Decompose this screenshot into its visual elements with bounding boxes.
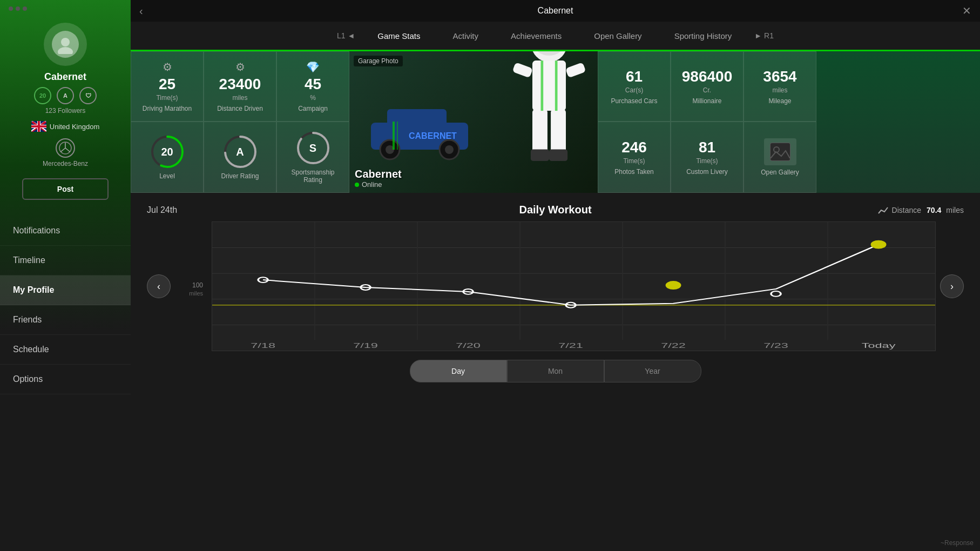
y-max-label: 100: [192, 281, 203, 289]
mileage-value: 3654: [763, 68, 796, 85]
photos-taken-label: Photos Taken: [614, 168, 654, 176]
close-button[interactable]: ✕: [962, 4, 971, 17]
millionaire-unit: Cr.: [703, 86, 711, 94]
nav-options[interactable]: Options: [0, 365, 131, 394]
followers-count: 123 Followers: [45, 107, 86, 115]
distance-unit: miles: [232, 94, 247, 102]
garage-overlay: Cabernet Online: [355, 168, 402, 189]
avatar: [44, 23, 87, 66]
svg-rect-31: [551, 109, 566, 155]
dot-1: [9, 6, 13, 11]
dot-2: [16, 6, 20, 11]
tab-nav-left[interactable]: L1 ◄: [330, 31, 361, 40]
avatar-icon: [52, 31, 79, 58]
svg-text:7/20: 7/20: [456, 341, 481, 349]
distance-label: Distance Driven: [217, 105, 263, 112]
garage-status-text: Online: [362, 180, 382, 189]
mileage-label: Mileage: [768, 97, 791, 105]
svg-point-60: [666, 281, 680, 289]
distance-label: Distance: [892, 206, 921, 214]
svg-rect-22: [397, 122, 398, 150]
time-day-button[interactable]: Day: [410, 360, 507, 382]
y-unit-label: miles: [189, 290, 203, 297]
svg-point-62: [871, 241, 885, 248]
distance-value: 23400: [219, 76, 261, 93]
custom-livery-label: Custom Livery: [686, 168, 728, 176]
country-name: United Kingdom: [50, 123, 100, 131]
svg-rect-33: [549, 149, 567, 161]
sportsmanship-label: Sportsmanship Rating: [283, 169, 342, 184]
shield-badge: 🛡: [79, 87, 97, 104]
stat-distance-driven: ⚙ 23400 miles Distance Driven: [204, 51, 276, 122]
garage-status: Online: [355, 180, 402, 189]
sportsmanship-value: S: [309, 142, 316, 154]
distance-value: 70.4: [927, 206, 941, 214]
svg-text:7/18: 7/18: [251, 341, 275, 349]
level-circle: 20: [150, 135, 185, 169]
driver-rating-value: A: [236, 146, 244, 158]
svg-rect-35: [555, 61, 558, 111]
tab-nav-right[interactable]: ► R1: [748, 31, 780, 40]
svg-rect-10: [31, 125, 46, 127]
millionaire-value: 986400: [682, 68, 732, 85]
chart-prev-button[interactable]: ‹: [147, 274, 171, 298]
level-value: 20: [161, 146, 173, 158]
tab-game-stats[interactable]: Game Stats: [361, 22, 436, 50]
nav-notifications[interactable]: Notifications: [0, 216, 131, 246]
tab-sporting-history[interactable]: Sporting History: [658, 22, 748, 50]
main-content: ‹ Cabernet ✕ L1 ◄ Game Stats Activity Ac…: [131, 0, 980, 551]
tab-activity[interactable]: Activity: [437, 22, 495, 50]
sidebar-username: Cabernet: [44, 71, 86, 83]
sportsmanship-circle: S: [296, 131, 330, 165]
stat-purchased-cars: 61 Car(s) Purchased Cars: [598, 51, 671, 122]
nav-friends[interactable]: Friends: [0, 305, 131, 335]
stat-photos-taken: 246 Time(s) Photos Taken: [598, 122, 671, 193]
distance-unit: miles: [946, 206, 964, 214]
time-selector: Day Mon Year: [147, 360, 964, 382]
svg-text:7/22: 7/22: [661, 341, 686, 349]
car-brand-name: Mercedes-Benz: [43, 160, 88, 167]
purchased-cars-label: Purchased Cars: [611, 97, 657, 105]
tab-achievements[interactable]: Achievements: [495, 22, 578, 50]
back-button[interactable]: ‹: [139, 5, 143, 17]
workout-distance: Distance 70.4 miles: [878, 206, 964, 214]
svg-text:7/21: 7/21: [558, 341, 583, 349]
chart-svg: 7/18 7/19 7/20 7/21 7/22 7/23 Today: [212, 222, 935, 351]
mercedes-logo-icon: [56, 138, 75, 158]
garage-photo-area: Garage Photo CABERNET: [349, 51, 598, 193]
svg-rect-27: [532, 61, 566, 111]
level-badge: 20: [34, 87, 51, 104]
stat-open-gallery[interactable]: Open Gallery: [744, 122, 816, 193]
svg-rect-28: [512, 62, 533, 78]
svg-rect-30: [532, 109, 548, 155]
uk-flag-icon: [31, 121, 46, 132]
stat-placeholder-r1: [816, 51, 889, 122]
stat-custom-livery: 81 Time(s) Custom Livery: [671, 122, 744, 193]
svg-rect-43: [771, 143, 790, 160]
custom-livery-value: 81: [699, 139, 715, 156]
svg-point-61: [771, 291, 781, 297]
chart-next-button[interactable]: ›: [940, 274, 964, 298]
chart-row: ‹ 100 miles: [147, 221, 964, 351]
stat-campaign: 💎 45 % Campaign: [276, 51, 349, 122]
driving-marathon-value: 25: [159, 76, 175, 93]
chart-area: 7/18 7/19 7/20 7/21 7/22 7/23 Today: [212, 221, 936, 351]
campaign-value: 45: [305, 76, 321, 93]
tab-open-gallery[interactable]: Open Gallery: [578, 22, 658, 50]
time-year-button[interactable]: Year: [604, 360, 701, 382]
nav-my-profile[interactable]: My Profile: [0, 276, 131, 305]
stat-sportsmanship: S Sportsmanship Rating: [276, 122, 349, 193]
nav-timeline[interactable]: Timeline: [0, 246, 131, 276]
title-bar: ‹ Cabernet ✕: [131, 0, 980, 22]
driver-rating-label: Driver Rating: [221, 172, 259, 180]
post-button[interactable]: Post: [22, 178, 109, 200]
country-row: United Kingdom: [31, 121, 100, 132]
time-mon-button[interactable]: Mon: [507, 360, 604, 382]
sidebar-dots: [0, 0, 131, 17]
tab-bar: L1 ◄ Game Stats Activity Achievements Op…: [131, 22, 980, 51]
watermark: ~Response: [941, 539, 974, 547]
svg-text:7/19: 7/19: [353, 341, 378, 349]
nav-schedule[interactable]: Schedule: [0, 335, 131, 365]
svg-rect-21: [393, 122, 395, 150]
stat-driving-marathon: ⚙ 25 Time(s) Driving Marathon: [131, 51, 204, 122]
